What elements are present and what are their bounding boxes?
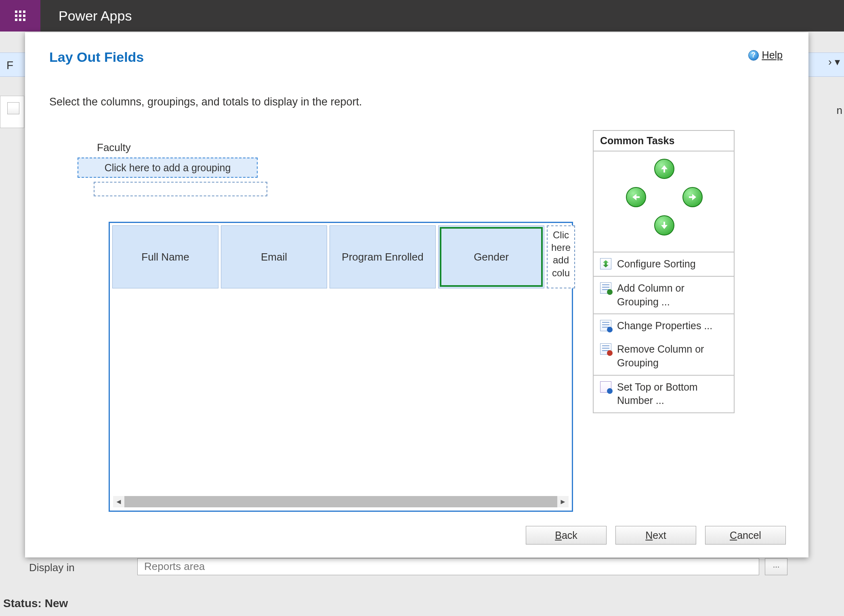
task-label: Add Column or Grouping ... [617, 282, 727, 309]
remove-icon [600, 343, 611, 355]
column-designer: Full Name Email Program Enrolled Gender … [109, 222, 573, 512]
arrow-right-icon [688, 192, 697, 202]
display-in-value: Reports area [144, 560, 205, 573]
arrow-left-icon [631, 192, 641, 202]
add-column-placeholder[interactable]: Clichereaddcolu [547, 225, 575, 288]
waffle-icon [15, 11, 25, 21]
task-set-topbottom[interactable]: Set Top or Bottom Number ... [594, 376, 734, 413]
display-in-field[interactable]: Reports area [137, 558, 759, 575]
bg-right-trunc: n [837, 104, 842, 117]
move-down-button[interactable] [654, 215, 674, 235]
waffle-button[interactable] [0, 0, 40, 32]
back-button[interactable]: Back [526, 526, 607, 545]
wizard-button-bar: Back Next Cancel [25, 526, 808, 545]
task-remove[interactable]: Remove Column or Grouping [594, 338, 734, 375]
bg-toolbar-icon [7, 102, 19, 114]
help-icon: ? [748, 50, 759, 61]
arrow-down-icon [659, 221, 669, 230]
sort-icon [600, 258, 611, 269]
column-gender[interactable]: Gender [438, 225, 544, 288]
scroll-track[interactable] [124, 496, 557, 507]
task-label: Remove Column or Grouping [617, 343, 727, 370]
dialog-title: Lay Out Fields [49, 49, 144, 65]
arrow-up-icon [659, 164, 669, 174]
next-button[interactable]: Next [615, 526, 696, 545]
scroll-right-icon[interactable]: ► [557, 496, 569, 507]
help-text: Help [762, 49, 783, 61]
task-add-column[interactable]: Add Column or Grouping ... [594, 277, 734, 314]
common-tasks-panel: Common Tasks Configure Sorting [593, 130, 735, 413]
app-header: Power Apps [0, 0, 844, 32]
add-icon [600, 282, 611, 294]
display-in-more-button[interactable]: ... [765, 558, 787, 575]
add-grouping-secondary[interactable] [94, 182, 267, 196]
number-icon [600, 381, 611, 393]
horizontal-scrollbar[interactable]: ◄ ► [113, 496, 569, 507]
column-row: Full Name Email Program Enrolled Gender … [112, 225, 575, 288]
common-tasks-header: Common Tasks [594, 131, 734, 151]
app-title: Power Apps [59, 8, 132, 24]
move-up-button[interactable] [654, 159, 674, 179]
dialog-subtitle: Select the columns, groupings, and total… [49, 96, 362, 108]
task-label: Configure Sorting [617, 257, 696, 271]
task-label: Change Properties ... [617, 319, 712, 333]
task-change-properties[interactable]: Change Properties ... [594, 314, 734, 338]
bg-ribbon-right: › ▾ [828, 56, 840, 68]
properties-icon [600, 320, 611, 331]
column-program-enrolled[interactable]: Program Enrolled [330, 225, 436, 288]
display-in-label: Display in [29, 561, 75, 574]
column-email[interactable]: Email [221, 225, 327, 288]
task-configure-sorting[interactable]: Configure Sorting [594, 252, 734, 276]
move-arrows-pad [594, 151, 734, 252]
column-full-name[interactable]: Full Name [112, 225, 218, 288]
add-grouping-placeholder[interactable]: Click here to add a grouping [78, 158, 258, 178]
bg-ribbon-letter: F [6, 59, 13, 72]
move-right-button[interactable] [682, 187, 703, 207]
help-link[interactable]: ? Help [748, 49, 783, 61]
cancel-button[interactable]: Cancel [705, 526, 786, 545]
status-bar: Status: New [3, 597, 68, 610]
entity-label: Faculty [97, 141, 131, 154]
layout-fields-dialog: Lay Out Fields ? Help Select the columns… [25, 32, 808, 557]
task-label: Set Top or Bottom Number ... [617, 381, 727, 408]
scroll-left-icon[interactable]: ◄ [113, 496, 124, 507]
move-left-button[interactable] [626, 187, 646, 207]
